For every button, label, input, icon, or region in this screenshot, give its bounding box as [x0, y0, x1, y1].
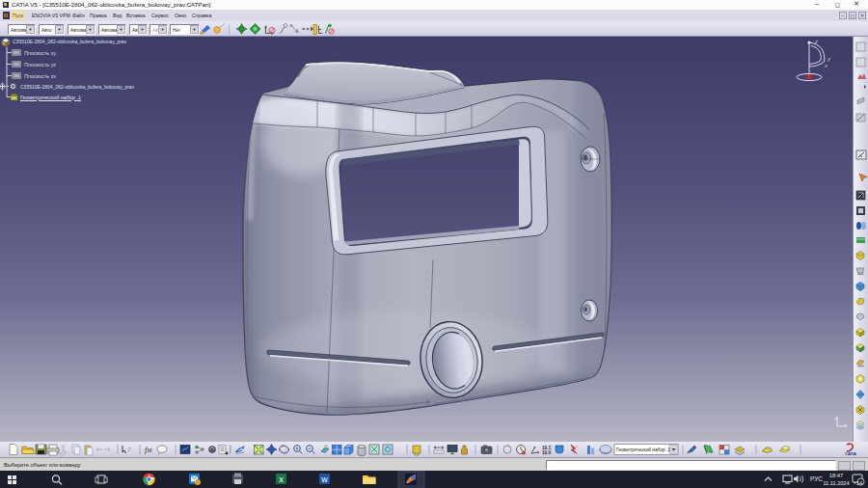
svg-text:CATIA: CATIA	[845, 451, 856, 456]
svg-text:10.0: 10.0	[542, 450, 551, 455]
svg-text:x: x	[279, 474, 284, 484]
svg-text:x: x	[824, 63, 828, 68]
svg-text:?: ?	[127, 446, 131, 453]
svg-text:w: w	[320, 474, 328, 484]
svg-text:fM: fM	[145, 446, 152, 454]
svg-text:Геометрический набор .1: Геометрический набор .1	[616, 447, 670, 452]
svg-text:y: y	[827, 56, 831, 62]
svg-text:z: z	[814, 39, 818, 44]
